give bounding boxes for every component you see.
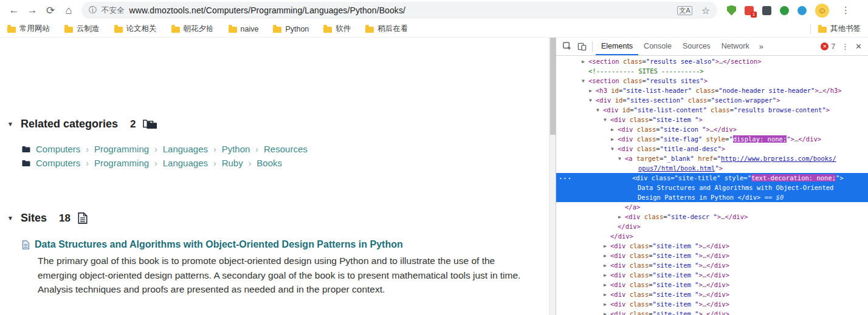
disclosure-arrow-icon[interactable]: ▼ [582,76,588,86]
disclosure-arrow-icon[interactable]: ▼ [618,154,625,164]
forward-button[interactable]: → [23,4,41,16]
breadcrumb-link[interactable]: Languages [163,144,208,154]
devtools-tab-elements[interactable]: Elements [596,38,638,55]
collapse-triangle-icon[interactable]: ▼ [7,215,13,222]
elements-tree-node[interactable]: Data Structures and Algorithms with Obje… [556,183,868,192]
elements-tree-node[interactable]: ▶<div class="site-item ">…</div> [556,299,868,309]
collapse-triangle-icon[interactable]: ▼ [7,121,13,127]
elements-tree-node[interactable]: ▼<section class="results sites"> [556,76,868,86]
disclosure-arrow-icon[interactable]: ▶ [582,57,588,67]
breadcrumb-link[interactable]: Python [222,144,250,154]
extension-red-icon[interactable]: 1 [745,6,754,15]
adblock-shield-icon[interactable] [727,5,736,16]
elements-tree-node[interactable]: ...<div class="site-title" style="text-d… [556,173,868,183]
disclosure-arrow-icon[interactable]: ▶ [618,212,625,222]
disclosure-arrow-icon[interactable]: ▶ [604,300,610,310]
disclosure-arrow-icon[interactable]: ▶ [604,251,610,261]
disclosure-arrow-icon[interactable]: ▶ [604,290,610,300]
elements-tree-node[interactable]: ▼<div id="sites-section" class="section-… [556,95,868,105]
device-toolbar-icon[interactable] [574,41,589,53]
inspect-element-icon[interactable] [560,41,574,53]
disclosure-arrow-icon[interactable]: ▼ [589,96,596,106]
elements-tree-node[interactable]: ▶<div class="site-item ">…</div> [556,260,868,270]
other-bookmarks-button[interactable]: 其他书签 [818,24,861,34]
breadcrumb-link[interactable]: Ruby [222,158,243,168]
breadcrumb-link[interactable]: Resources [264,144,308,154]
elements-tree-node[interactable]: ▼<a target="_blank" href="http://www.brp… [556,154,868,163]
disclosure-arrow-icon[interactable]: ▶ [604,310,610,315]
bookmark-item[interactable]: 稍后在看 [365,24,408,34]
disclosure-arrow-icon[interactable]: ▼ [611,144,618,154]
reload-button[interactable]: ⟳ [41,4,60,17]
bookmark-item[interactable]: 论文相关 [114,24,157,34]
home-button[interactable]: ⌂ [60,4,78,17]
elements-tree-node[interactable]: </div> [556,222,868,231]
site-title-link[interactable]: Data Structures and Algorithms with Obje… [35,239,403,250]
breadcrumb-link[interactable]: Programming [94,158,149,168]
elements-tree-node[interactable]: ▶<div class="site-item ">…</div> [556,241,868,251]
browser-menu-icon[interactable]: ⋮ [838,5,854,16]
elements-tree-node[interactable]: Design Patterns in Python </div> == $0 [556,192,868,202]
page-scrollbar[interactable] [549,38,556,315]
elements-tree-node[interactable]: ▶<div class="site-icon ">…</div> [556,124,868,134]
elements-tree-node[interactable]: ▼<div class="site-item "> [556,115,868,124]
breadcrumb-link[interactable]: Books [257,158,282,168]
disclosure-arrow-icon[interactable]: ▼ [604,115,610,125]
disclosure-arrow-icon[interactable]: ▼ [596,106,603,115]
scrollbar-thumb[interactable] [550,38,556,135]
breadcrumb-link[interactable]: Languages [163,158,208,168]
url-text[interactable]: www.dmoztools.net/Computers/Programming/… [129,5,406,15]
bookmark-item[interactable]: naive [229,25,259,33]
elements-tree-node[interactable]: ▶<section class="results see-also">…</se… [556,56,868,66]
bookmark-item[interactable]: 常用网站 [7,24,50,34]
bookmark-item[interactable]: Python [273,25,309,33]
address-bar[interactable]: ⓘ 不安全 www.dmoztools.net/Computers/Progra… [81,2,717,19]
elements-tree-node[interactable]: </a> [556,202,868,212]
breadcrumb-link[interactable]: Computers [36,144,80,154]
profile-avatar[interactable]: ☺ [815,4,829,18]
disclosure-arrow-icon[interactable]: ▶ [604,280,610,290]
back-button[interactable]: ← [5,4,23,16]
site-info-icon[interactable]: ⓘ [89,5,97,16]
translate-icon[interactable]: 文A [677,6,692,15]
elements-tree-node[interactable]: ▶<div class="site-item ">…</div> [556,290,868,299]
elements-tree-node[interactable]: ▶<div class="site-item ">…</div> [556,309,868,315]
elements-tree-node[interactable]: ▶<div class="site-item ">…</div> [556,270,868,280]
disclosure-arrow-icon[interactable]: ▶ [604,261,610,271]
bookmarks-divider [810,24,811,34]
devtools-tab-network[interactable]: Network [716,38,755,55]
devtools-tab-console[interactable]: Console [638,38,677,55]
more-tabs-icon[interactable]: » [755,42,768,51]
elements-tree-node[interactable]: ▶<div class="site-descr ">…</div> [556,212,868,222]
elements-tree-node[interactable]: </div> [556,231,868,241]
inline-actions-dots[interactable]: ... [559,172,572,181]
disclosure-arrow-icon[interactable]: ▶ [589,86,596,96]
devtools-menu-icon[interactable]: ⋮ [841,42,849,51]
breadcrumb-link[interactable]: Computers [36,158,80,168]
extension-dark-icon[interactable] [762,6,771,15]
elements-tree-node[interactable]: ▼<div class="title-and-desc"> [556,144,868,154]
devtools-close-icon[interactable]: ✕ [855,42,862,51]
extensions-area: 1 ☺ ⋮ [727,4,854,18]
bookmark-item[interactable]: 软件 [323,24,351,34]
bookmark-label: 云制造 [77,24,100,34]
disclosure-arrow-icon[interactable]: ▶ [604,271,610,280]
disclosure-arrow-icon[interactable]: ▶ [611,135,618,144]
extension-blue-icon[interactable] [797,6,807,15]
breadcrumb-link[interactable]: Programming [94,144,149,154]
bookmark-star-icon[interactable]: ☆ [701,5,710,16]
extension-green-icon[interactable] [780,6,789,15]
elements-tree-node[interactable]: ▶<div class="site-flag" style="display: … [556,134,868,144]
elements-tree-node[interactable]: ▶<div class="site-item ">…</div> [556,280,868,290]
elements-tree-node[interactable]: ▶<div class="site-item ">…</div> [556,251,868,260]
elements-tree-node[interactable]: opus7/html/book.html"> [556,163,868,173]
elements-tree-node[interactable]: ▶<h3 id="site-list-header" class="node-h… [556,86,868,95]
devtools-tab-sources[interactable]: Sources [677,38,716,55]
disclosure-arrow-icon[interactable]: ▶ [604,242,610,251]
disclosure-arrow-icon[interactable]: ▶ [611,125,618,135]
bookmark-item[interactable]: 朝花夕拾 [171,24,214,34]
bookmark-item[interactable]: 云制造 [64,24,100,34]
elements-tree-node[interactable]: <!---------- SITES ----------> [556,66,868,76]
console-errors-badge[interactable]: ✕ 7 [821,42,835,51]
elements-tree-node[interactable]: ▼<div id="site-list-content" class="resu… [556,105,868,115]
